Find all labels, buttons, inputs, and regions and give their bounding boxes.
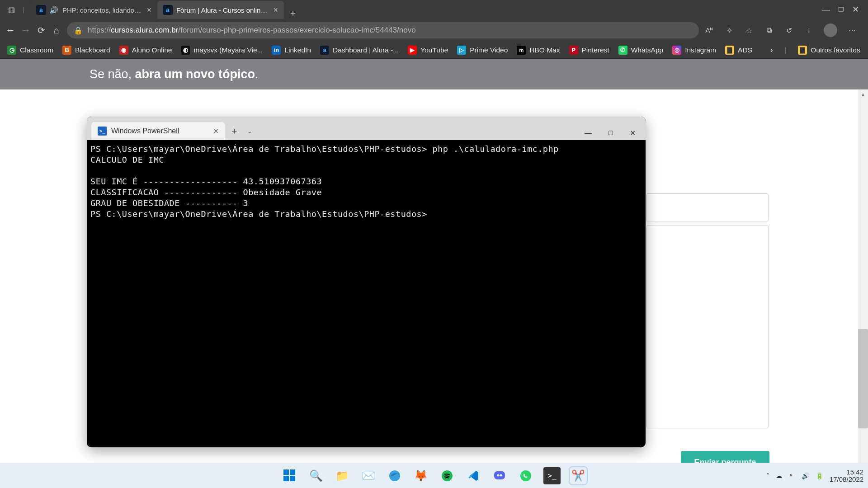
svg-point-7 bbox=[497, 474, 500, 476]
bookmarks-overflow-icon[interactable]: › bbox=[770, 43, 773, 57]
onedrive-icon[interactable]: ☁ bbox=[776, 472, 782, 479]
bookmark-label: WhatsApp bbox=[631, 46, 664, 54]
bookmark-item[interactable]: ◷Classroom bbox=[7, 46, 53, 55]
browser-toolbar: ← → ⟳ ⌂ 🔒 https://cursos.alura.com.br/fo… bbox=[0, 19, 868, 42]
chevron-down-icon[interactable]: ⌄ bbox=[243, 122, 256, 140]
alura-icon: a bbox=[36, 5, 46, 15]
other-bookmarks[interactable]: ▇ Outros favoritos bbox=[798, 46, 868, 55]
close-icon[interactable]: ✕ bbox=[213, 127, 219, 136]
collections-icon[interactable]: ⧉ bbox=[764, 25, 774, 35]
lock-icon[interactable]: 🔒 bbox=[73, 25, 83, 35]
battery-icon[interactable]: 🔋 bbox=[816, 472, 823, 479]
form-input-body[interactable] bbox=[646, 225, 769, 428]
page-banner: Se não, abra um novo tópico. bbox=[0, 59, 868, 89]
mail-icon[interactable]: ✉️ bbox=[360, 467, 377, 484]
bookmark-item[interactable]: ✆WhatsApp bbox=[618, 46, 664, 55]
bookmark-item[interactable]: inLinkedIn bbox=[272, 46, 311, 55]
bookmark-item[interactable]: ▶YouTube bbox=[408, 46, 448, 55]
window-minimize-icon[interactable]: — bbox=[585, 129, 592, 137]
profile-avatar[interactable] bbox=[824, 23, 837, 37]
window-minimize-icon[interactable]: — bbox=[822, 5, 830, 14]
discord-icon[interactable] bbox=[491, 467, 508, 484]
url-domain: cursos.alura.com.br bbox=[111, 26, 178, 34]
banner-lead: Se não, bbox=[90, 67, 135, 81]
bookmark-item[interactable]: BBlackboard bbox=[62, 46, 110, 55]
tray-overflow-icon[interactable]: ˄ bbox=[766, 472, 769, 479]
bookmark-label: maysvx (Mayara Vie... bbox=[193, 46, 263, 54]
volume-icon[interactable]: 🔊 bbox=[802, 472, 809, 479]
browser-tab-forum[interactable]: a Fórum | Alura - Cursos online de ✕ bbox=[157, 1, 284, 19]
window-maximize-icon[interactable]: ☐ bbox=[608, 130, 613, 136]
reload-icon[interactable]: ⟳ bbox=[36, 25, 46, 35]
form-input-title[interactable] bbox=[646, 193, 769, 221]
url-path: /forum/curso-php-primeiros-passos/exerci… bbox=[178, 26, 415, 34]
svg-rect-1 bbox=[290, 469, 295, 475]
home-icon[interactable]: ⌂ bbox=[52, 25, 61, 35]
browser-tab-php[interactable]: a 🔊 PHP: conceitos, lidando com ✕ bbox=[31, 1, 157, 19]
page-scrollbar[interactable]: ▲ ▼ bbox=[858, 89, 868, 472]
shopping-icon[interactable]: ✧ bbox=[724, 25, 734, 35]
window-close-icon[interactable]: ✕ bbox=[630, 129, 636, 137]
terminal-tab-title: Windows PowerShell bbox=[111, 127, 179, 135]
powershell-icon: >_ bbox=[98, 127, 107, 136]
taskbar-clock[interactable]: 15:42 17/08/2022 bbox=[830, 469, 863, 483]
snipping-tool-icon[interactable]: ✂️ bbox=[570, 467, 587, 484]
back-icon[interactable]: ← bbox=[5, 25, 15, 35]
bookmark-item[interactable]: ◉Aluno Online bbox=[119, 46, 172, 55]
svg-point-9 bbox=[520, 470, 531, 481]
read-aloud-icon[interactable]: Aᴺ bbox=[704, 25, 714, 35]
new-tab-button[interactable]: ＋ bbox=[284, 7, 302, 19]
terminal-new-tab[interactable]: ＋ bbox=[225, 122, 243, 140]
vscode-icon[interactable] bbox=[465, 467, 482, 484]
close-icon[interactable]: ✕ bbox=[146, 6, 152, 14]
window-restore-icon[interactable]: ❐ bbox=[838, 6, 844, 13]
more-icon[interactable]: ⋯ bbox=[847, 25, 857, 35]
bookmark-item[interactable]: aDashboard | Alura -... bbox=[320, 46, 399, 55]
svg-rect-0 bbox=[283, 469, 289, 475]
bookmark-item[interactable]: mHBO Max bbox=[517, 46, 560, 55]
spotify-icon[interactable] bbox=[439, 467, 456, 484]
history-icon[interactable]: ↺ bbox=[784, 25, 794, 35]
terminal-titlebar[interactable]: >_ Windows PowerShell ✕ ＋ ⌄ — ☐ ✕ bbox=[87, 117, 646, 140]
bookmark-item[interactable]: ▷Prime Video bbox=[457, 46, 508, 55]
svg-point-8 bbox=[500, 474, 502, 476]
tab-actions-icon[interactable]: ▥ bbox=[6, 5, 16, 14]
terminal-window[interactable]: >_ Windows PowerShell ✕ ＋ ⌄ — ☐ ✕ PS C:\… bbox=[87, 117, 646, 447]
address-bar[interactable]: 🔒 https://cursos.alura.com.br/forum/curs… bbox=[67, 22, 699, 38]
other-bookmarks-label: Outros favoritos bbox=[811, 46, 860, 54]
window-close-icon[interactable]: ✕ bbox=[852, 5, 859, 14]
whatsapp-icon[interactable] bbox=[517, 467, 534, 484]
firefox-icon[interactable]: 🦊 bbox=[412, 467, 429, 484]
close-icon[interactable]: ✕ bbox=[273, 6, 278, 14]
bookmark-item[interactable]: ◎Instagram bbox=[672, 46, 716, 55]
bookmarks-bar: ◷Classroom BBlackboard ◉Aluno Online ◐ma… bbox=[0, 42, 868, 59]
terminal-output[interactable]: PS C:\Users\mayar\OneDrive\Área de Traba… bbox=[87, 140, 646, 223]
bookmark-label: Classroom bbox=[20, 46, 53, 54]
bookmark-item[interactable]: ◐maysvx (Mayara Vie... bbox=[181, 46, 263, 55]
bookmark-label: ADS bbox=[738, 46, 752, 54]
terminal-icon[interactable]: >_ bbox=[543, 467, 561, 484]
svg-rect-3 bbox=[290, 476, 295, 481]
file-explorer-icon[interactable]: 📁 bbox=[334, 467, 351, 484]
alura-icon: a bbox=[163, 5, 173, 15]
url-scheme: https:// bbox=[88, 26, 111, 34]
bookmark-label: Blackboard bbox=[75, 46, 110, 54]
search-icon[interactable]: 🔍 bbox=[307, 467, 325, 484]
speaker-icon: 🔊 bbox=[49, 5, 59, 15]
bookmark-label: Prime Video bbox=[470, 46, 508, 54]
svg-rect-2 bbox=[283, 476, 289, 481]
terminal-tab[interactable]: >_ Windows PowerShell ✕ bbox=[91, 122, 225, 140]
bookmark-label: Dashboard | Alura -... bbox=[333, 46, 399, 54]
bookmark-item[interactable]: PPinterest bbox=[569, 46, 609, 55]
tab-label: PHP: conceitos, lidando com bbox=[62, 6, 143, 14]
bookmark-label: Aluno Online bbox=[132, 46, 172, 54]
bookmark-label: YouTube bbox=[420, 46, 448, 54]
bookmark-item[interactable]: ▇ADS bbox=[725, 46, 752, 55]
scrollbar-thumb[interactable] bbox=[858, 329, 868, 428]
scroll-up-icon[interactable]: ▲ bbox=[858, 89, 868, 99]
start-button[interactable] bbox=[281, 467, 298, 484]
edge-icon[interactable] bbox=[386, 467, 403, 484]
downloads-icon[interactable]: ↓ bbox=[804, 25, 814, 35]
wifi-icon[interactable]: ᯤ bbox=[788, 472, 795, 479]
favorites-icon[interactable]: ☆ bbox=[744, 25, 754, 35]
